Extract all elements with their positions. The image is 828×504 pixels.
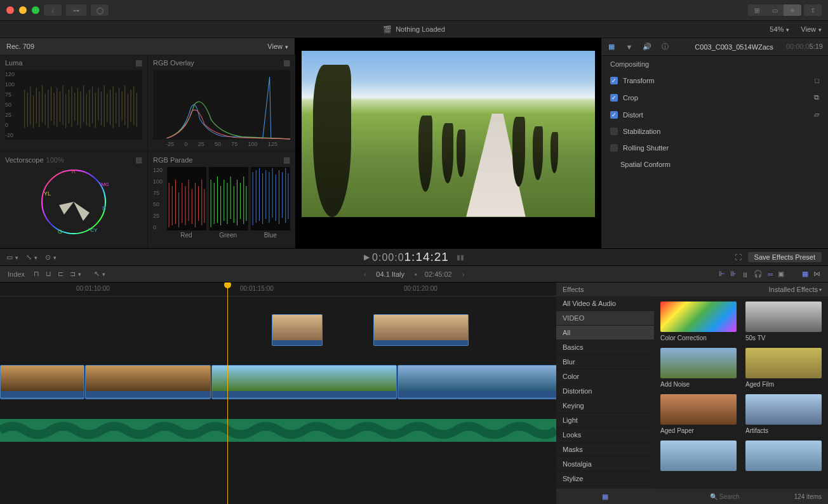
save-effects-preset-button[interactable]: Save Effects Preset — [748, 252, 822, 262]
inspector-row-rolling-shutter[interactable]: Rolling Shutter — [601, 140, 828, 156]
clip-appearance-icon[interactable]: ▭ — [6, 253, 18, 262]
effect-item-50s-tv[interactable]: 50s TV — [745, 302, 822, 342]
view-dropdown[interactable]: View — [801, 25, 822, 33]
skim-indicator-icon: ▮▮ — [457, 253, 464, 262]
effect-item-partial[interactable] — [745, 441, 822, 471]
tl-headphones-icon[interactable]: 🎧 — [754, 270, 763, 278]
video-scopes: Rec. 709 View Luma▦ 1201007550250-20 — [0, 38, 295, 248]
effects-cat-looks[interactable]: Looks — [556, 428, 654, 442]
settings-icon[interactable]: ▦ — [135, 58, 142, 67]
checkbox-icon[interactable]: ✓ — [610, 111, 618, 119]
effect-label: 50s TV — [745, 335, 822, 342]
audio-track[interactable] — [0, 419, 556, 442]
effects-browser-icon[interactable]: ▦ — [802, 270, 808, 278]
clip-b006c0080516hkbs[interactable]: B006_C008_0516HKbs — [85, 365, 211, 399]
settings-icon[interactable]: ▦ — [283, 58, 290, 67]
luma-label: Luma — [5, 59, 23, 67]
tab-info-icon[interactable]: ⓘ — [660, 42, 670, 52]
timeline-ruler[interactable]: 00:01:10:00 00:01:15:00 00:01:20:00 — [0, 282, 556, 296]
clip-c003c0030514wzacs[interactable]: C003_C003_0514WZacs — [211, 365, 397, 399]
tl-tool2-icon[interactable]: ⊪ — [730, 270, 737, 278]
svg-text:G: G — [58, 229, 62, 235]
tab-audio-icon[interactable]: 🔊 — [642, 42, 652, 52]
effects-cat-all-video---audio[interactable]: All Video & Audio — [556, 296, 654, 311]
effects-cat-video[interactable]: VIDEO — [556, 311, 654, 326]
checkbox-icon[interactable]: ✓ — [610, 94, 618, 102]
zoom-dropdown[interactable]: 54% — [770, 25, 789, 33]
inspector-spatial-conform[interactable]: Spatial Conform — [601, 156, 828, 173]
zoom-icon[interactable] — [32, 6, 39, 14]
effect-item-aged-film[interactable]: Aged Film — [745, 348, 822, 388]
clip-b005c00705[interactable]: B005_C007_05... — [272, 314, 323, 346]
transitions-browser-icon[interactable]: ⋈ — [813, 270, 820, 278]
overwrite-icon[interactable]: ⊐ — [70, 270, 81, 278]
next-edit-icon[interactable]: › — [462, 270, 465, 278]
checkbox-icon[interactable] — [610, 144, 618, 152]
minimize-icon[interactable] — [19, 6, 27, 14]
installed-effects-dropdown[interactable]: Installed Effects — [769, 286, 818, 293]
effects-cat-nostalgia[interactable]: Nostalgia — [556, 457, 654, 472]
timecode-display[interactable]: 0:00:01:14:21 — [372, 250, 449, 264]
inspector-row-transform[interactable]: ✓Transform□ — [601, 72, 828, 89]
effects-library-icon[interactable]: ▦ — [602, 493, 608, 501]
tl-audio-icon[interactable]: ⫼ — [742, 270, 749, 278]
append-icon[interactable]: ⊏ — [58, 270, 63, 278]
arrow-tool-icon[interactable]: ↖ — [94, 270, 105, 278]
scope-view-dropdown[interactable]: View — [267, 43, 288, 50]
import-button[interactable]: ↓ — [44, 4, 62, 16]
project-name[interactable]: 04.1 Italy — [376, 270, 404, 278]
viewer-canvas[interactable] — [295, 38, 601, 248]
tl-tool4-icon[interactable]: ▣ — [778, 270, 784, 278]
scope-mode[interactable]: Rec. 709 — [6, 43, 34, 50]
effects-cat-blur[interactable]: Blur — [556, 355, 654, 369]
inspector-row-crop[interactable]: ✓Crop⧉ — [601, 89, 828, 106]
connect-icon[interactable]: ⊓ — [34, 270, 39, 278]
effect-item-add-noise[interactable]: Add Noise — [660, 348, 737, 388]
settings-icon[interactable]: ▦ — [135, 156, 142, 164]
tl-tool1-icon[interactable]: ⊩ — [719, 270, 725, 278]
effects-cat-color[interactable]: Color — [556, 369, 654, 384]
checkbox-icon[interactable]: ✓ — [610, 77, 618, 84]
play-button[interactable]: ▶ — [364, 253, 370, 262]
share-button[interactable]: ⇧ — [804, 4, 822, 16]
effects-cat-masks[interactable]: Masks — [556, 442, 654, 457]
effects-cat-light[interactable]: Light — [556, 413, 654, 428]
effects-cat-distortion[interactable]: Distortion — [556, 384, 654, 399]
row-action-icon[interactable]: □ — [815, 77, 819, 84]
row-action-icon[interactable]: ▱ — [814, 110, 819, 119]
layout-timeline-icon[interactable]: ▭ — [766, 4, 784, 16]
clip-b006c0170516rxs[interactable]: B006_C017_0516RXs — [373, 314, 469, 346]
effects-cat-all[interactable]: All — [556, 326, 654, 340]
tl-tool3-icon[interactable]: ═ — [768, 270, 773, 278]
tab-color-icon[interactable]: ▼ — [624, 42, 634, 52]
keyword-button[interactable]: ⊶ — [66, 4, 86, 16]
close-icon[interactable] — [6, 6, 14, 14]
timeline[interactable]: 00:01:10:00 00:01:15:00 00:01:20:00 B005… — [0, 282, 556, 504]
effect-item-partial[interactable] — [660, 441, 737, 471]
clip-a007c0170515bgs[interactable]: A007_C017_0515BGs — [397, 365, 556, 399]
inspector-row-distort[interactable]: ✓Distort▱ — [601, 106, 828, 123]
layout-inspector-icon[interactable]: ≡ — [784, 4, 801, 16]
effect-item-artifacts[interactable]: Artifacts — [745, 394, 822, 434]
playhead[interactable] — [227, 282, 228, 504]
inspector-section-compositing[interactable]: Compositing — [601, 56, 828, 72]
checkbox-icon[interactable] — [610, 128, 618, 135]
layout-browser-icon[interactable]: ⊞ — [748, 4, 766, 16]
effect-item-color-correction[interactable]: Color Correction — [660, 302, 737, 342]
insert-icon[interactable]: ⊔ — [46, 270, 51, 278]
skimming-icon[interactable]: ⊙ — [45, 253, 57, 262]
snap-icon[interactable]: ⤡ — [26, 253, 37, 262]
effects-cat-basics[interactable]: Basics — [556, 340, 654, 355]
effects-cat-keying[interactable]: Keying — [556, 399, 654, 413]
tab-video-icon[interactable]: ▦ — [606, 42, 617, 52]
clip-5150ws[interactable]: 5150Ws — [0, 365, 84, 399]
fullscreen-icon[interactable]: ⛶ — [735, 253, 742, 261]
effect-item-aged-paper[interactable]: Aged Paper — [660, 394, 737, 434]
index-button[interactable]: Index — [8, 270, 25, 278]
row-action-icon[interactable]: ⧉ — [814, 93, 819, 102]
effects-cat-stylize[interactable]: Stylize — [556, 472, 654, 486]
settings-icon[interactable]: ▦ — [283, 156, 290, 164]
render-button[interactable]: ◯ — [91, 4, 109, 16]
inspector-row-stabilization[interactable]: Stabilization — [601, 123, 828, 140]
prev-edit-icon[interactable]: ‹ — [364, 270, 366, 278]
